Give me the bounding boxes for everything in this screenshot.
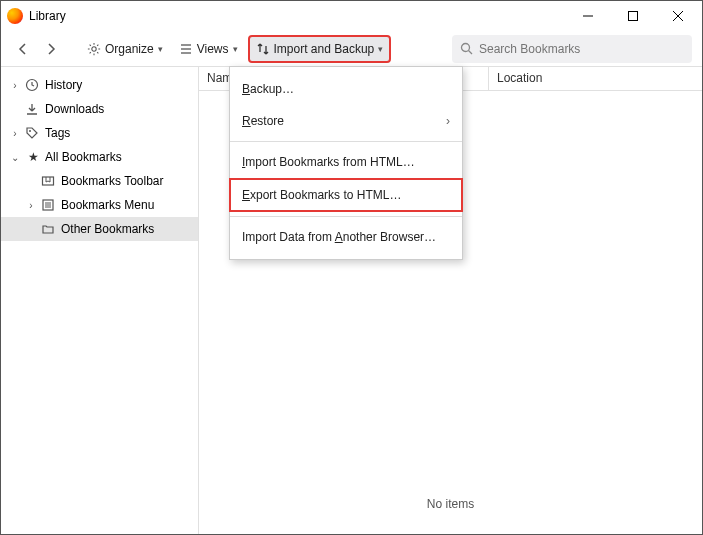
- menu-item-import-other[interactable]: Import Data from Another Browser…: [230, 221, 462, 253]
- list-icon: [179, 42, 193, 56]
- download-icon: [25, 102, 41, 116]
- star-icon: ★: [25, 150, 41, 164]
- tag-icon: [25, 126, 41, 140]
- collapse-icon[interactable]: ⌄: [9, 152, 21, 163]
- organize-button[interactable]: Organize ▾: [81, 35, 169, 63]
- sidebar-item-label: Bookmarks Menu: [61, 198, 154, 212]
- expand-icon[interactable]: ›: [25, 200, 37, 211]
- bookmark-toolbar-icon: [41, 174, 57, 188]
- import-export-icon: [256, 42, 270, 56]
- sidebar-item-downloads[interactable]: Downloads: [1, 97, 198, 121]
- toolbar: Organize ▾ Views ▾ Import and Backup ▾: [1, 31, 702, 67]
- sidebar-item-history[interactable]: › History: [1, 73, 198, 97]
- sidebar-item-other-bookmarks[interactable]: Other Bookmarks: [1, 217, 198, 241]
- menu-item-label: Export Bookmarks to HTML…: [242, 188, 401, 202]
- import-backup-button[interactable]: Import and Backup ▾: [248, 35, 392, 63]
- sidebar-item-label: All Bookmarks: [45, 150, 122, 164]
- svg-point-4: [92, 46, 96, 50]
- search-box[interactable]: [452, 35, 692, 63]
- menu-item-import-html[interactable]: Import Bookmarks from HTML…: [230, 146, 462, 178]
- svg-rect-1: [628, 12, 637, 21]
- menu-item-export-html[interactable]: Export Bookmarks to HTML…: [229, 178, 463, 212]
- sidebar-item-bookmarks-toolbar[interactable]: Bookmarks Toolbar: [1, 169, 198, 193]
- sidebar-item-label: Other Bookmarks: [61, 222, 154, 236]
- window-title: Library: [29, 9, 66, 23]
- menu-separator: [230, 216, 462, 217]
- chevron-right-icon: ›: [446, 114, 450, 128]
- empty-state: No items: [427, 497, 474, 511]
- expand-icon[interactable]: ›: [9, 128, 21, 139]
- svg-point-11: [29, 130, 31, 132]
- views-label: Views: [197, 42, 229, 56]
- sidebar-item-all-bookmarks[interactable]: ⌄ ★ All Bookmarks: [1, 145, 198, 169]
- search-input[interactable]: [479, 42, 684, 56]
- sidebar-item-label: Tags: [45, 126, 70, 140]
- sidebar-item-tags[interactable]: › Tags: [1, 121, 198, 145]
- menu-item-label: Import Bookmarks from HTML…: [242, 155, 415, 169]
- maximize-button[interactable]: [610, 1, 655, 31]
- title-bar: Library: [1, 1, 702, 31]
- expand-icon[interactable]: ›: [9, 80, 21, 91]
- sidebar-item-bookmarks-menu[interactable]: › Bookmarks Menu: [1, 193, 198, 217]
- sidebar-item-label: History: [45, 78, 82, 92]
- folder-icon: [41, 222, 57, 236]
- menu-item-label: Restore: [242, 114, 284, 128]
- chevron-down-icon: ▾: [158, 44, 163, 54]
- search-icon: [460, 42, 473, 55]
- import-backup-menu: Backup… Restore › Import Bookmarks from …: [229, 66, 463, 260]
- chevron-down-icon: ▾: [233, 44, 238, 54]
- menu-separator: [230, 141, 462, 142]
- views-button[interactable]: Views ▾: [173, 35, 244, 63]
- bookmark-menu-icon: [41, 198, 57, 212]
- menu-item-backup[interactable]: Backup…: [230, 73, 462, 105]
- menu-item-restore[interactable]: Restore ›: [230, 105, 462, 137]
- column-header-location[interactable]: Location: [489, 67, 702, 90]
- gear-icon: [87, 42, 101, 56]
- menu-item-label: Import Data from Another Browser…: [242, 230, 436, 244]
- forward-button[interactable]: [39, 35, 63, 63]
- back-button[interactable]: [11, 35, 35, 63]
- window-controls: [565, 1, 700, 31]
- menu-item-label: Backup…: [242, 82, 294, 96]
- window-title-container: Library: [3, 8, 565, 24]
- chevron-down-icon: ▾: [378, 44, 383, 54]
- minimize-button[interactable]: [565, 1, 610, 31]
- sidebar-item-label: Downloads: [45, 102, 104, 116]
- clock-icon: [25, 78, 41, 92]
- organize-label: Organize: [105, 42, 154, 56]
- svg-point-8: [462, 44, 470, 52]
- sidebar: › History Downloads › Tags ⌄ ★ All Bookm…: [1, 67, 199, 534]
- svg-line-9: [469, 51, 473, 55]
- close-button[interactable]: [655, 1, 700, 31]
- firefox-icon: [7, 8, 23, 24]
- sidebar-item-label: Bookmarks Toolbar: [61, 174, 164, 188]
- import-backup-label: Import and Backup: [274, 42, 375, 56]
